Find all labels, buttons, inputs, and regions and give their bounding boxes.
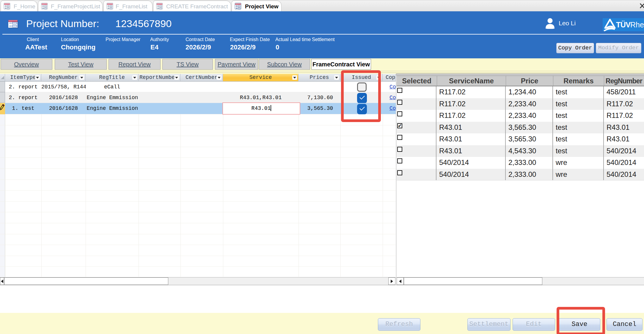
svg-text:TÜV: TÜV bbox=[616, 21, 631, 29]
svg-text:Rhe: Rhe bbox=[630, 21, 644, 29]
